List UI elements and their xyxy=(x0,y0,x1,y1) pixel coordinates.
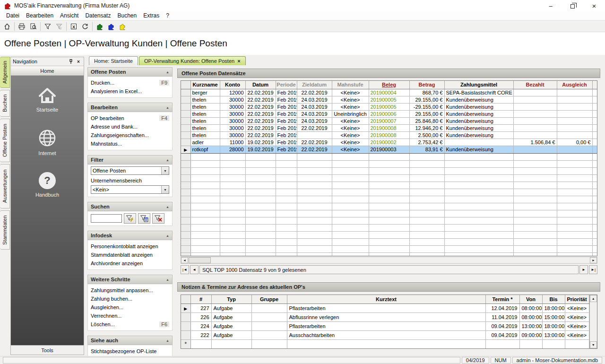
row-selector[interactable] xyxy=(181,89,190,96)
cell-mahnstufe[interactable]: <Keine> xyxy=(332,124,369,131)
tab-op-verwaltung-kunden[interactable]: OP-Verwaltung Kunden: Offene Posten × xyxy=(139,56,246,65)
sidebar-tab-offene-posten[interactable]: Offene Posten xyxy=(0,119,10,162)
cell-betrag[interactable]: 29.155,00 € xyxy=(409,110,444,117)
cell-kurzname[interactable]: thelen xyxy=(190,110,220,117)
column-header-zahlungsmittel[interactable]: Zahlungsmittel xyxy=(444,81,513,89)
first-record-button[interactable]: |◄ xyxy=(181,265,189,274)
cell-typ[interactable]: Aufgabe xyxy=(211,321,251,330)
cell-zahlungsmittel[interactable]: Kundenüberweisung xyxy=(444,96,513,103)
close-button[interactable]: × xyxy=(583,0,605,11)
cell-zahlungsmittel[interactable] xyxy=(444,139,513,146)
row-selector[interactable] xyxy=(181,139,190,146)
column-header-kurzname[interactable]: Kurzname xyxy=(190,81,220,89)
cell-ausgleich[interactable] xyxy=(557,124,592,131)
pin-icon[interactable] xyxy=(69,59,75,64)
horizontal-scrollbar[interactable]: ◄ ► xyxy=(181,257,597,264)
scroll-left-icon[interactable]: ◄ xyxy=(181,257,188,263)
row-selector[interactable]: ▶ xyxy=(181,303,190,312)
cell-mahnstufe[interactable]: <Keine> xyxy=(332,146,369,153)
cell-num[interactable]: 224 xyxy=(190,321,211,330)
cell-num[interactable]: 222 xyxy=(190,330,211,339)
tools-button[interactable]: Tools xyxy=(11,345,84,355)
cell-datum[interactable]: 22.02.2019 xyxy=(245,89,276,96)
cell-kurzname[interactable]: thelen xyxy=(190,96,220,103)
row-selector[interactable] xyxy=(181,330,190,339)
section-header[interactable]: Filter ▲ xyxy=(87,155,173,165)
table-row[interactable]: thelen3000022.02.2019Feb 201922.02.2019<… xyxy=(181,124,597,131)
cell-bezahlt[interactable]: 1.506,84 € xyxy=(513,139,557,146)
column-header-ausgleich[interactable]: Ausgleich xyxy=(557,81,592,89)
cell-prioritaet[interactable]: <Keine> xyxy=(565,312,589,321)
cell-betrag[interactable]: 2.500,00 € xyxy=(409,131,444,139)
cell-zahlungsmittel[interactable]: SEPA-Basislastschrift CORE xyxy=(444,89,513,96)
nav-group-home[interactable]: Home xyxy=(11,66,84,76)
chevron-down-icon[interactable]: ▼ xyxy=(161,186,169,193)
cell-periode[interactable]: Feb 2019 xyxy=(276,131,297,139)
new-row-selector[interactable]: * xyxy=(181,339,190,348)
cell-termin[interactable]: 12.04.2019 xyxy=(485,303,519,312)
cell-ausgleich[interactable] xyxy=(557,96,592,103)
puzzle-blue-button[interactable] xyxy=(105,21,117,32)
sidebar-tab-buchen[interactable]: Buchen xyxy=(0,90,10,117)
cell-zieldatum[interactable]: 22.02.2019 xyxy=(297,139,332,146)
sidebar-tab-allgemein[interactable]: Allgemein xyxy=(0,57,10,88)
cell-periode[interactable]: Feb 2019 xyxy=(276,96,297,103)
column-header-konto[interactable]: Konto xyxy=(220,81,245,89)
cell-bezahlt[interactable] xyxy=(513,146,557,153)
cell-periode[interactable]: Feb 2019 xyxy=(276,110,297,117)
section-header[interactable]: Weitere Schritte ▲ xyxy=(87,275,173,284)
notes-row[interactable]: 226AufgabeAbflussrinne verlegen11.04.201… xyxy=(181,312,589,321)
chevron-down-icon[interactable]: ▼ xyxy=(161,167,169,174)
sidebar-tab-auswertungen[interactable]: Auswertungen xyxy=(0,164,10,208)
cell-datum[interactable]: 22.02.2019 xyxy=(245,110,276,117)
cell-zieldatum[interactable]: 24.03.2019 xyxy=(297,103,332,110)
table-row[interactable]: adler1100019.02.2019Feb 201922.02.2019<K… xyxy=(181,139,597,146)
table-row[interactable]: thelen3000022.02.2019Feb 201924.03.2019<… xyxy=(181,117,597,124)
cell-zieldatum[interactable]: 24.03.2019 xyxy=(297,110,332,117)
cell-zahlungsmittel[interactable]: Kundenüberweisung xyxy=(444,124,513,131)
cell-betrag[interactable]: 83,91 € xyxy=(409,146,444,153)
notes-column-header-gruppe[interactable]: Gruppe xyxy=(251,295,287,303)
task-link-zahlung-buchen[interactable]: Zahlung buchen... xyxy=(91,295,169,303)
row-selector[interactable]: ▶ xyxy=(181,146,190,153)
cell-periode[interactable]: Feb 2019 xyxy=(276,103,297,110)
cell-typ[interactable]: Aufgabe xyxy=(211,303,251,312)
table-row[interactable]: thelen3000022.02.2019Feb 201924.03.2019<… xyxy=(181,96,597,103)
new-row[interactable]: * xyxy=(181,339,589,348)
scroll-up-icon[interactable]: ▲ xyxy=(590,295,597,302)
cell-termin[interactable]: 09.04.2019 xyxy=(485,321,519,330)
sidebar-tab-stammdaten[interactable]: Stammdaten xyxy=(0,210,10,250)
row-selector[interactable] xyxy=(181,110,190,117)
search-filter-apply-button[interactable] xyxy=(124,213,136,224)
cell-konto[interactable]: 30000 xyxy=(220,103,245,110)
filter-button[interactable] xyxy=(42,21,53,32)
cell-betrag[interactable]: 29.155,00 € xyxy=(409,96,444,103)
cell-kurzname[interactable]: berger xyxy=(190,89,220,96)
cell-datum[interactable]: 22.02.2019 xyxy=(245,117,276,124)
cell-mahnstufe[interactable]: Uneinbringlich xyxy=(332,110,369,117)
unternehmensbereich-select[interactable]: <Kein> ▼ xyxy=(91,185,169,194)
task-link-op-bearbeiten[interactable]: OP bearbeitenF4 xyxy=(91,114,169,122)
cell-bis[interactable]: 18:00:00 xyxy=(542,303,565,312)
cell-beleg[interactable]: 201900004 xyxy=(369,89,409,96)
section-header[interactable]: Suchen ▲ xyxy=(87,202,173,211)
cell-termin[interactable]: 09.04.2019 xyxy=(485,330,519,339)
task-link-adresse-und-bank[interactable]: Adresse und Bank... xyxy=(91,122,169,131)
cell-gruppe[interactable] xyxy=(251,303,287,312)
row-selector[interactable] xyxy=(181,312,190,321)
cell-ausgleich[interactable] xyxy=(557,146,592,153)
excel-export-button[interactable]: X xyxy=(68,21,79,32)
cell-mahnstufe[interactable]: <Keine> xyxy=(332,117,369,124)
nav-item-internet[interactable]: Internet xyxy=(38,129,57,156)
task-link-archivordner-anzeigen[interactable]: Archivordner anzeigen xyxy=(91,259,169,268)
cell-periode[interactable]: Feb 2019 xyxy=(276,146,297,153)
notes-row[interactable]: 222AufgabeAusschachtarbeiten09.04.201909… xyxy=(181,330,589,339)
row-selector[interactable] xyxy=(181,103,190,110)
cell-datum[interactable]: 22.02.2019 xyxy=(245,96,276,103)
task-link-personenkontoblatt-anzeigen[interactable]: Personenkontoblatt anzeigen xyxy=(91,242,169,251)
cell-konto[interactable]: 30000 xyxy=(220,131,245,139)
table-row[interactable]: ▶rotkopf2800019.02.2019Feb 201922.02.201… xyxy=(181,146,597,153)
scrollbar-thumb[interactable] xyxy=(189,257,211,263)
restore-button[interactable] xyxy=(562,0,583,11)
row-selector[interactable] xyxy=(181,96,190,103)
